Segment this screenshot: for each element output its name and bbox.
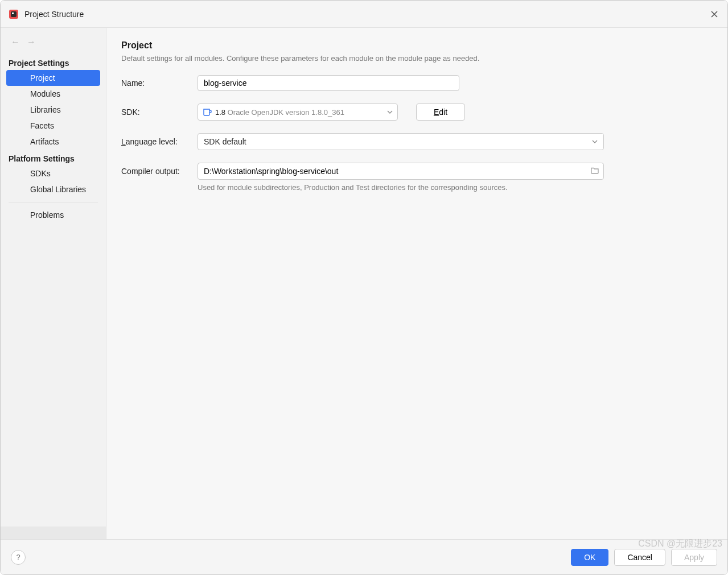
close-icon[interactable] bbox=[709, 9, 719, 19]
chevron-down-icon bbox=[387, 108, 393, 117]
sidebar-item-label: SDKs bbox=[30, 169, 51, 178]
folder-icon[interactable] bbox=[590, 166, 599, 177]
edit-label: dit bbox=[439, 107, 447, 117]
row-compiler-output: Compiler output: bbox=[121, 163, 713, 180]
compiler-output-input[interactable] bbox=[198, 163, 604, 180]
compiler-output-wrap bbox=[198, 163, 604, 180]
sidebar-item-project[interactable]: Project bbox=[6, 70, 100, 86]
sidebar-heading-project-settings: Project Settings bbox=[1, 54, 106, 70]
sidebar-item-label: Global Libraries bbox=[30, 185, 86, 194]
sidebar-item-artifacts[interactable]: Artifacts bbox=[1, 134, 106, 150]
sidebar-item-sdks[interactable]: SDKs bbox=[1, 166, 106, 181]
back-icon: ← bbox=[11, 37, 20, 47]
sdk-version: 1.8 bbox=[215, 108, 225, 117]
sidebar-item-label: Libraries bbox=[30, 105, 61, 114]
sidebar-item-label: Problems bbox=[30, 210, 64, 220]
apply-button: Apply bbox=[671, 549, 717, 566]
row-sdk: SDK: 1.8 Oracle OpenJDK version 1.8.0_36… bbox=[121, 104, 713, 121]
body-area: ← → Project Settings Project Modules Lib… bbox=[1, 28, 727, 539]
row-language-level: Language level: SDK default bbox=[121, 133, 713, 150]
sidebar-item-modules[interactable]: Modules bbox=[1, 86, 106, 102]
page-description: Default settings for all modules. Config… bbox=[121, 54, 713, 63]
ok-label: OK bbox=[584, 553, 595, 562]
ok-button[interactable]: OK bbox=[571, 549, 608, 566]
name-input[interactable] bbox=[198, 75, 459, 91]
nav-arrows: ← → bbox=[1, 32, 106, 54]
content-panel: Project Default settings for all modules… bbox=[106, 28, 727, 539]
svg-rect-2 bbox=[12, 13, 14, 14]
sidebar-item-label: Facets bbox=[30, 121, 54, 130]
titlebar: Project Structure bbox=[1, 1, 727, 28]
sidebar-item-label: Modules bbox=[30, 89, 60, 98]
language-level-value: SDK default bbox=[204, 137, 246, 146]
sidebar-item-libraries[interactable]: Libraries bbox=[1, 102, 106, 118]
sdk-dropdown[interactable]: 1.8 Oracle OpenJDK version 1.8.0_361 bbox=[198, 104, 398, 121]
sdk-value-text: 1.8 Oracle OpenJDK version 1.8.0_361 bbox=[215, 108, 344, 117]
sidebar: ← → Project Settings Project Modules Lib… bbox=[1, 28, 106, 539]
forward-icon: → bbox=[27, 37, 36, 47]
app-icon bbox=[9, 9, 19, 19]
sdk-detail: Oracle OpenJDK version 1.8.0_361 bbox=[228, 108, 344, 117]
language-level-label: Language level: bbox=[121, 137, 190, 146]
sidebar-item-label: Artifacts bbox=[30, 137, 59, 146]
sidebar-item-problems[interactable]: Problems bbox=[1, 207, 106, 223]
sdk-label: SDK: bbox=[121, 107, 190, 117]
sidebar-scrollbar[interactable] bbox=[1, 527, 106, 539]
window-title: Project Structure bbox=[24, 10, 84, 19]
sidebar-spacer bbox=[1, 223, 106, 527]
sidebar-divider bbox=[9, 202, 98, 202]
compiler-output-label: Compiler output: bbox=[121, 167, 190, 176]
name-label: Name: bbox=[121, 78, 190, 88]
sidebar-item-facets[interactable]: Facets bbox=[1, 118, 106, 134]
jdk-icon bbox=[203, 107, 212, 117]
sidebar-item-label: Project bbox=[30, 73, 55, 82]
row-name: Name: bbox=[121, 75, 713, 91]
edit-sdk-button[interactable]: Edit bbox=[416, 104, 465, 121]
page-title: Project bbox=[121, 40, 713, 51]
footer: ? OK Cancel Apply bbox=[1, 539, 727, 574]
help-icon[interactable]: ? bbox=[11, 550, 26, 565]
sidebar-heading-platform-settings: Platform Settings bbox=[1, 150, 106, 166]
cancel-label: Cancel bbox=[627, 553, 652, 562]
sidebar-item-global-libraries[interactable]: Global Libraries bbox=[1, 181, 106, 197]
compiler-output-hint: Used for module subdirectories, Producti… bbox=[198, 183, 713, 192]
apply-label: Apply bbox=[684, 553, 704, 562]
cancel-button[interactable]: Cancel bbox=[614, 549, 665, 566]
language-level-dropdown[interactable]: SDK default bbox=[198, 133, 604, 150]
chevron-down-icon bbox=[592, 137, 598, 146]
